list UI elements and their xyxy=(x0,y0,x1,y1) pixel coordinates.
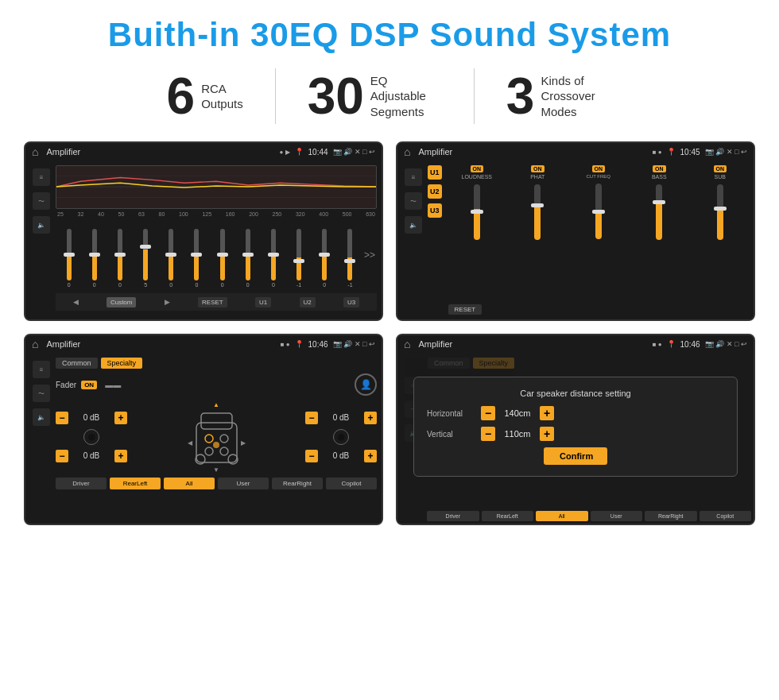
dist-btn-rearright[interactable]: RearRight xyxy=(645,511,697,521)
cross-bass-on[interactable]: ON xyxy=(653,165,666,172)
fader-plus-4[interactable]: + xyxy=(364,450,377,462)
fader-tab-specialty[interactable]: Specialty xyxy=(101,358,143,369)
eq-sidebar-wave-icon[interactable]: 〜 xyxy=(33,192,50,210)
confirm-button[interactable]: Confirm xyxy=(544,447,607,465)
cross-phat-slider[interactable] xyxy=(534,184,541,240)
fader-speaker-icon[interactable]: 🔈 xyxy=(33,408,50,426)
cross-phat-label: PHAT xyxy=(530,174,545,180)
cross-wave-icon[interactable]: 〜 xyxy=(405,192,422,210)
fader-plus-3[interactable]: + xyxy=(364,412,377,424)
crossover-main: ≡ 〜 🔈 U1 U2 U3 ON LOUDNESS xyxy=(397,160,754,319)
eq-slider-1[interactable]: 0 xyxy=(57,229,80,288)
eq-more-icon[interactable]: >> xyxy=(364,249,375,261)
cross-speaker-icon[interactable]: 🔈 xyxy=(405,216,422,234)
cross-u1-btn[interactable]: U1 xyxy=(428,165,442,180)
eq-next-icon[interactable]: ▶ xyxy=(165,298,170,306)
fader-btn-rearleft[interactable]: RearLeft xyxy=(110,478,161,489)
eq-nav-bar: ◀ Custom ▶ RESET U1 U2 U3 xyxy=(56,293,377,311)
cross-u3-btn[interactable]: U3 xyxy=(428,203,442,218)
svg-text:▼: ▼ xyxy=(213,466,219,474)
fader-btn-all[interactable]: All xyxy=(164,478,215,489)
eq-sidebar-eq-icon[interactable]: ≡ xyxy=(33,168,50,186)
dist-btn-driver[interactable]: Driver xyxy=(427,511,479,521)
fader-btn-driver[interactable]: Driver xyxy=(56,478,107,489)
fader-minus-3[interactable]: − xyxy=(305,412,318,424)
eq-slider-12[interactable]: -1 xyxy=(339,229,362,288)
dist-btn-user[interactable]: User xyxy=(591,511,643,521)
fader-status-dots: ■ ● xyxy=(281,341,290,348)
cross-time: 10:45 xyxy=(680,148,700,157)
cross-loudness-on[interactable]: ON xyxy=(471,165,484,172)
fader-btn-rearright[interactable]: RearRight xyxy=(272,478,323,489)
dist-btn-rearleft[interactable]: RearLeft xyxy=(482,511,534,521)
dist-vertical-label: Vertical xyxy=(427,430,475,439)
eq-slider-8[interactable]: 0 xyxy=(236,229,259,288)
svg-point-7 xyxy=(205,435,213,443)
eq-curve-svg xyxy=(56,166,376,208)
fader-right: − 0 dB + ◎ − 0 dB + xyxy=(305,412,377,462)
svg-point-8 xyxy=(220,435,228,443)
dist-btn-all[interactable]: All xyxy=(536,511,588,521)
cross-loudness-slider[interactable] xyxy=(474,184,480,240)
eq-slider-11[interactable]: 0 xyxy=(313,229,336,288)
eq-time: 10:44 xyxy=(308,148,328,157)
dist-status-icons: 📷 🔊 ✕ □ ↩ xyxy=(705,340,747,348)
fader-eq-icon[interactable]: ≡ xyxy=(33,361,50,378)
cross-phat: ON PHAT xyxy=(509,165,567,240)
eq-slider-7[interactable]: 0 xyxy=(211,229,234,288)
eq-u1-btn[interactable]: U1 xyxy=(255,297,271,307)
stat-rca: 6 RCAOutputs xyxy=(135,71,275,122)
cross-sub-on[interactable]: ON xyxy=(714,165,727,172)
fader-left: − 0 dB + ◎ − 0 dB + xyxy=(56,412,127,462)
fader-speaker-row-left: ◎ xyxy=(56,429,127,445)
fader-tab-common[interactable]: Common xyxy=(56,358,98,369)
eq-slider-10[interactable]: -1 xyxy=(288,229,311,288)
svg-text:▲: ▲ xyxy=(213,401,219,408)
fader-plus-2[interactable]: + xyxy=(114,450,127,462)
fader-speaker-row-right: ◎ xyxy=(305,429,377,445)
dist-vertical-row: Vertical − 110cm + xyxy=(427,427,724,441)
dist-horizontal-plus[interactable]: + xyxy=(540,406,554,420)
eq-slider-4[interactable]: 5 xyxy=(134,229,157,288)
stat-label-rca: RCAOutputs xyxy=(201,81,243,112)
dist-horizontal-minus[interactable]: − xyxy=(481,406,495,420)
eq-slider-5[interactable]: 0 xyxy=(160,229,183,288)
eq-prev-icon[interactable]: ◀ xyxy=(73,298,79,306)
fader-minus-1[interactable]: − xyxy=(56,412,68,424)
eq-reset-btn[interactable]: RESET xyxy=(198,297,227,307)
eq-slider-6[interactable]: 0 xyxy=(185,229,208,288)
cross-cutfreq-on[interactable]: ON xyxy=(592,165,606,172)
fader-profile-icon[interactable]: 👤 xyxy=(355,373,377,396)
fader-btn-user[interactable]: User xyxy=(218,478,269,489)
cross-u2-btn[interactable]: U2 xyxy=(428,184,442,199)
cross-u-buttons: U1 U2 U3 xyxy=(428,165,442,315)
dist-horizontal-val: 140cm xyxy=(502,408,533,418)
eq-sliders: 0 0 0 5 0 0 0 0 0 -1 0 -1 >> xyxy=(56,219,377,291)
cross-cutfreq-slider[interactable] xyxy=(595,184,602,239)
fader-header: Fader ON ▬▬ 👤 xyxy=(56,373,377,396)
fader-slider-h[interactable]: ▬▬ xyxy=(105,381,121,389)
fader-minus-2[interactable]: − xyxy=(56,450,68,462)
cross-sub-slider[interactable] xyxy=(717,184,723,240)
eq-sidebar-speaker-icon[interactable]: 🔈 xyxy=(33,216,50,234)
fader-btn-copilot[interactable]: Copilot xyxy=(326,478,377,489)
cross-reset-btn[interactable]: RESET xyxy=(448,304,483,315)
cross-eq-icon[interactable]: ≡ xyxy=(405,168,422,186)
cross-phat-on[interactable]: ON xyxy=(531,165,545,172)
fader-minus-4[interactable]: − xyxy=(305,450,318,462)
cross-bass-slider[interactable] xyxy=(656,184,662,240)
eq-slider-2[interactable]: 0 xyxy=(83,229,106,288)
eq-custom-btn[interactable]: Custom xyxy=(107,297,137,307)
dist-vertical-minus[interactable]: − xyxy=(481,427,495,441)
stat-crossover: 3 Kinds ofCrossover Modes xyxy=(475,71,645,122)
dist-vertical-plus[interactable]: + xyxy=(540,427,554,441)
eq-slider-3[interactable]: 0 xyxy=(108,229,131,288)
fader-content: Common Specialty Fader ON ▬▬ 👤 − 0 xyxy=(56,358,377,519)
fader-wave-icon[interactable]: 〜 xyxy=(33,385,50,402)
eq-u2-btn[interactable]: U2 xyxy=(300,297,316,307)
eq-slider-9[interactable]: 0 xyxy=(262,229,285,288)
fader-speaker-right-icon: ◎ xyxy=(333,429,349,445)
dist-btn-copilot[interactable]: Copilot xyxy=(700,511,752,521)
fader-plus-1[interactable]: + xyxy=(114,412,127,424)
eq-u3-btn[interactable]: U3 xyxy=(343,297,359,307)
